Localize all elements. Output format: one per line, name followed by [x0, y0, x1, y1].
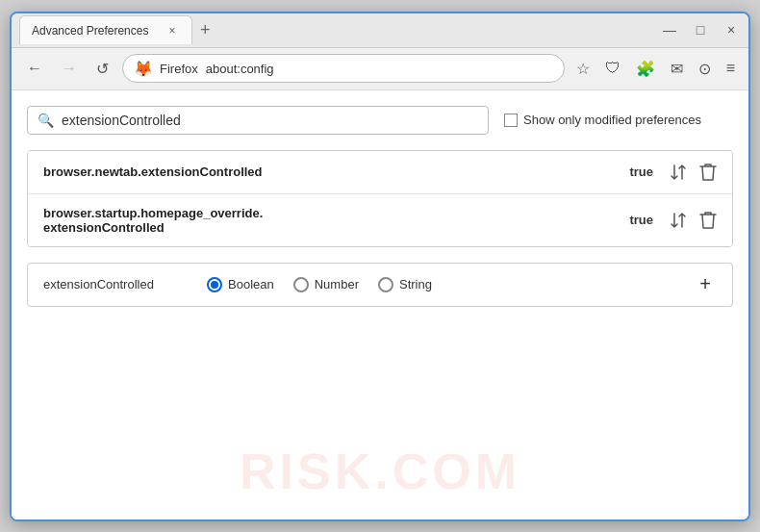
minimize-button[interactable]: — — [660, 20, 679, 39]
search-icon: 🔍 — [38, 113, 54, 128]
results-table: browser.newtab.extensionControlled true — [27, 150, 733, 247]
row-actions — [669, 163, 717, 182]
search-bar: 🔍 Show only modified preferences — [27, 106, 733, 135]
menu-icon[interactable]: ≡ — [722, 56, 739, 81]
pref-name-line2: extensionControlled — [43, 220, 165, 235]
row-actions — [669, 211, 717, 230]
forward-button[interactable]: → — [56, 56, 83, 81]
watermark: RISK.COM — [240, 443, 520, 500]
firefox-logo: 🦊 — [135, 60, 152, 77]
swap-button[interactable] — [669, 163, 688, 182]
radio-boolean-circle[interactable] — [207, 277, 222, 292]
browser-tab[interactable]: Advanced Preferences × — [19, 15, 192, 44]
pref-name: browser.startup.homepage_override. exten… — [43, 206, 620, 235]
type-radio-group: Boolean Number String — [207, 277, 432, 292]
account-icon[interactable]: ⊙ — [695, 56, 715, 82]
tab-close-button[interactable]: × — [165, 23, 180, 38]
pref-value: true — [620, 213, 653, 227]
url-display: about:config — [206, 62, 274, 76]
back-button[interactable]: ← — [21, 56, 48, 81]
radio-string-circle[interactable] — [378, 277, 393, 292]
reload-button[interactable]: ↺ — [90, 56, 114, 82]
browser-window: Advanced Preferences × + — □ × ← → ↺ 🦊 F… — [10, 12, 750, 521]
delete-button[interactable] — [699, 211, 717, 230]
new-tab-button[interactable]: + — [192, 21, 218, 38]
table-row: browser.startup.homepage_override. exten… — [28, 194, 732, 246]
add-preference-button[interactable]: + — [694, 273, 717, 296]
radio-number[interactable]: Number — [293, 277, 359, 292]
bookmark-icon[interactable]: ☆ — [572, 56, 594, 82]
radio-boolean[interactable]: Boolean — [207, 277, 274, 292]
show-modified-option[interactable]: Show only modified preferences — [504, 113, 701, 127]
extension-icon[interactable]: 🧩 — [632, 56, 659, 82]
pref-name-line1: browser.startup.homepage_override. — [43, 206, 263, 220]
page-content: RISK.COM 🔍 Show only modified preference… — [12, 90, 748, 519]
radio-boolean-label: Boolean — [228, 277, 274, 291]
title-bar: Advanced Preferences × + — □ × — [12, 13, 748, 48]
pref-value: true — [620, 165, 653, 179]
table-row: browser.newtab.extensionControlled true — [28, 151, 732, 194]
swap-button[interactable] — [669, 211, 688, 230]
add-preference-row: extensionControlled Boolean Number Strin… — [27, 263, 733, 307]
radio-string[interactable]: String — [378, 277, 432, 292]
search-input-wrapper[interactable]: 🔍 — [27, 106, 489, 135]
show-modified-checkbox[interactable] — [504, 114, 518, 127]
show-modified-label: Show only modified preferences — [523, 113, 701, 127]
browser-name-label: Firefox — [160, 62, 198, 76]
radio-string-label: String — [399, 277, 432, 291]
new-pref-name: extensionControlled — [43, 277, 188, 291]
address-bar[interactable]: 🦊 Firefox about:config — [122, 54, 565, 83]
maximize-button[interactable]: □ — [691, 20, 710, 39]
window-controls: — □ × — [660, 20, 741, 39]
search-input[interactable] — [62, 113, 478, 128]
pref-name: browser.newtab.extensionControlled — [43, 165, 620, 179]
close-button[interactable]: × — [722, 20, 741, 39]
mail-icon[interactable]: ✉ — [667, 56, 687, 82]
tab-title: Advanced Preferences — [32, 24, 157, 38]
radio-number-label: Number — [315, 277, 359, 291]
shield-icon[interactable]: 🛡 — [601, 56, 624, 81]
nav-icon-group: ☆ 🛡 🧩 ✉ ⊙ ≡ — [572, 56, 739, 82]
radio-number-circle[interactable] — [293, 277, 309, 292]
delete-button[interactable] — [699, 163, 717, 182]
navigation-bar: ← → ↺ 🦊 Firefox about:config ☆ 🛡 🧩 ✉ ⊙ ≡ — [12, 48, 748, 90]
